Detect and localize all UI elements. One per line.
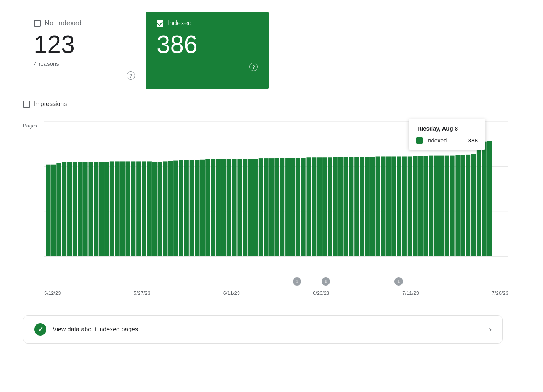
svg-rect-83 — [445, 156, 449, 256]
svg-rect-18 — [99, 162, 104, 256]
tooltip-metric-label: Indexed — [426, 137, 464, 144]
tooltip-color-box — [416, 137, 423, 144]
x-label-2: 6/11/23 — [223, 290, 240, 296]
svg-rect-48 — [259, 158, 263, 256]
svg-rect-57 — [307, 158, 311, 256]
not-indexed-header: Not indexed — [34, 19, 135, 27]
chart-container: Pages Tuesday, Aug 8 Indexed 386 — [23, 115, 520, 296]
svg-rect-84 — [450, 156, 455, 256]
svg-rect-29 — [158, 162, 162, 256]
svg-rect-46 — [248, 159, 253, 256]
svg-rect-78 — [418, 156, 423, 256]
svg-rect-40 — [216, 159, 221, 256]
indexed-header: Indexed — [157, 19, 258, 27]
svg-rect-30 — [163, 162, 167, 256]
svg-rect-34 — [184, 160, 189, 256]
indexed-title: Indexed — [167, 19, 192, 27]
event-marker-3[interactable]: 1 — [394, 277, 403, 286]
svg-rect-60 — [322, 158, 327, 256]
event-markers-row: 1 1 1 — [44, 277, 508, 289]
impressions-label: Impressions — [34, 101, 67, 108]
svg-rect-67 — [360, 157, 364, 256]
svg-rect-9 — [51, 165, 56, 256]
svg-rect-43 — [232, 159, 237, 256]
x-label-4: 7/11/23 — [402, 290, 419, 296]
svg-rect-58 — [312, 158, 316, 256]
not-indexed-checkbox[interactable] — [34, 20, 41, 27]
not-indexed-subtitle: 4 reasons — [34, 60, 135, 67]
svg-rect-72 — [386, 157, 391, 256]
svg-rect-39 — [211, 159, 215, 256]
not-indexed-number: 123 — [34, 31, 135, 58]
svg-rect-32 — [173, 161, 178, 256]
svg-rect-52 — [280, 158, 284, 256]
impressions-checkbox[interactable] — [23, 101, 30, 108]
tooltip-metric-value: 386 — [468, 137, 478, 144]
svg-rect-75 — [402, 157, 407, 256]
view-data-label: View data about indexed pages — [53, 326, 483, 333]
event-marker-2[interactable]: 1 — [322, 277, 330, 286]
svg-rect-49 — [264, 158, 269, 256]
svg-rect-44 — [237, 159, 242, 256]
svg-rect-86 — [460, 155, 465, 256]
svg-rect-13 — [73, 162, 77, 256]
svg-rect-65 — [349, 157, 353, 256]
tooltip-date: Tuesday, Aug 8 — [416, 125, 478, 132]
svg-rect-47 — [253, 159, 258, 256]
chart-tooltip: Tuesday, Aug 8 Indexed 386 — [409, 119, 485, 150]
svg-rect-69 — [370, 157, 375, 256]
not-indexed-title: Not indexed — [45, 19, 81, 27]
svg-rect-19 — [104, 162, 109, 256]
view-data-chevron-icon: › — [489, 324, 492, 334]
x-label-1: 5/27/23 — [134, 290, 150, 296]
indexed-number: 386 — [157, 31, 258, 58]
svg-rect-15 — [83, 162, 88, 256]
x-label-3: 6/26/23 — [313, 290, 329, 296]
svg-rect-20 — [110, 162, 114, 256]
svg-rect-50 — [269, 158, 274, 256]
svg-rect-35 — [190, 160, 194, 256]
event-marker-1[interactable]: 1 — [293, 277, 301, 286]
svg-rect-85 — [455, 155, 460, 256]
svg-rect-66 — [354, 157, 359, 256]
svg-rect-23 — [125, 162, 130, 256]
x-label-5: 7/26/23 — [492, 290, 508, 296]
impressions-row: Impressions — [23, 101, 520, 108]
svg-rect-81 — [434, 156, 439, 256]
svg-rect-38 — [205, 159, 210, 256]
svg-rect-8 — [46, 165, 51, 256]
x-axis: 5/12/23 5/27/23 6/11/23 6/26/23 7/11/23 … — [44, 290, 508, 296]
view-data-check-icon — [34, 323, 46, 336]
svg-rect-41 — [221, 159, 226, 256]
not-indexed-help-icon[interactable]: ? — [127, 71, 135, 80]
svg-rect-28 — [152, 162, 157, 256]
svg-rect-88 — [471, 154, 476, 256]
svg-rect-36 — [195, 160, 200, 256]
svg-rect-12 — [67, 162, 72, 256]
svg-rect-45 — [243, 159, 247, 256]
svg-rect-56 — [301, 158, 306, 256]
svg-rect-53 — [285, 158, 290, 256]
svg-rect-80 — [429, 156, 433, 256]
svg-rect-24 — [131, 162, 135, 256]
svg-rect-71 — [381, 157, 385, 256]
svg-rect-22 — [120, 162, 125, 256]
indexed-help-icon[interactable]: ? — [249, 63, 258, 71]
svg-rect-31 — [168, 161, 173, 256]
svg-rect-27 — [147, 162, 152, 256]
svg-rect-64 — [343, 157, 348, 256]
svg-rect-33 — [179, 160, 183, 256]
svg-rect-62 — [333, 157, 338, 256]
svg-rect-10 — [56, 163, 61, 256]
svg-rect-26 — [142, 162, 146, 256]
svg-rect-63 — [338, 157, 343, 256]
svg-rect-51 — [274, 158, 279, 256]
not-indexed-card: Not indexed 123 4 reasons ? — [23, 12, 146, 89]
svg-rect-79 — [423, 156, 428, 256]
indexed-checkbox[interactable] — [157, 20, 163, 27]
y-axis-label: Pages — [23, 123, 37, 129]
svg-rect-17 — [94, 162, 98, 256]
svg-rect-16 — [88, 162, 93, 256]
svg-rect-87 — [466, 155, 470, 256]
view-data-card[interactable]: View data about indexed pages › — [23, 315, 503, 344]
